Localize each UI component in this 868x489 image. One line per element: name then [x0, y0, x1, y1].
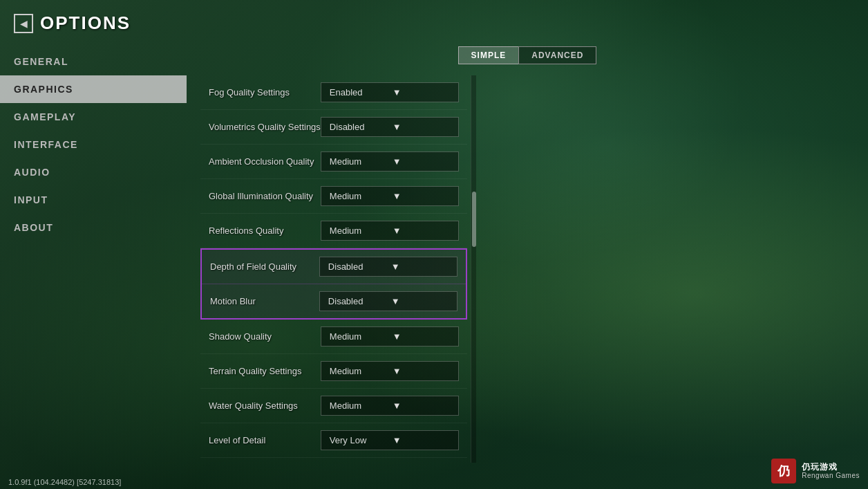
fog-quality-value: Enabled	[330, 87, 387, 98]
volumetrics-quality-value: Disabled	[330, 122, 387, 132]
sidebar-item-input[interactable]: INPUT	[0, 186, 187, 214]
sidebar-item-about[interactable]: ABOUT	[0, 214, 187, 241]
shadow-quality-value: Medium	[330, 331, 387, 342]
level-of-detail-arrow: ▼	[393, 435, 450, 445]
level-of-detail-label: Level of Detail	[209, 435, 265, 445]
fog-quality-dropdown[interactable]: Enabled ▼	[321, 82, 459, 102]
setting-row-fog-quality: Fog Quality Settings Enabled ▼	[200, 75, 467, 110]
settings-list: Fog Quality Settings Enabled ▼ Volumetri…	[200, 75, 471, 463]
depth-of-field-label: Depth of Field Quality	[210, 261, 296, 272]
simple-tab[interactable]: SIMPLE	[458, 46, 519, 64]
setting-row-level-of-detail: Level of Detail Very Low ▼	[200, 423, 467, 458]
advanced-tab[interactable]: ADVANCED	[518, 46, 596, 64]
global-illumination-dropdown[interactable]: Medium ▼	[321, 186, 459, 206]
water-quality-value: Medium	[330, 400, 387, 411]
level-of-detail-dropdown[interactable]: Very Low ▼	[321, 430, 459, 450]
ambient-occlusion-dropdown[interactable]: Medium ▼	[321, 151, 459, 172]
sidebar-item-general[interactable]: GENERAL	[0, 48, 187, 75]
watermark-line2: Rengwan Games	[802, 472, 860, 480]
shadow-quality-arrow: ▼	[393, 331, 450, 342]
setting-row-animation-quality: Animation Quality Medium ▼	[200, 458, 467, 463]
shadow-quality-label: Shadow Quality	[209, 331, 272, 342]
reflections-quality-value: Medium	[330, 225, 387, 236]
setting-row-ambient-occlusion: Ambient Occlusion Quality Medium ▼	[200, 145, 467, 179]
global-illumination-value: Medium	[330, 191, 387, 201]
volumetrics-quality-dropdown[interactable]: Disabled ▼	[321, 117, 459, 137]
shadow-quality-dropdown[interactable]: Medium ▼	[321, 326, 459, 347]
highlight-group: Depth of Field Quality Disabled ▼ Motion…	[200, 248, 467, 320]
motion-blur-value: Disabled	[328, 296, 386, 306]
sidebar-item-audio[interactable]: AUDIO	[0, 158, 187, 186]
motion-blur-dropdown[interactable]: Disabled ▼	[319, 291, 457, 311]
ambient-occlusion-value: Medium	[330, 156, 387, 167]
fog-quality-arrow: ▼	[393, 87, 450, 98]
setting-row-motion-blur: Motion Blur Disabled ▼	[202, 284, 466, 318]
setting-row-water-quality: Water Quality Settings Medium ▼	[200, 389, 467, 423]
sidebar-item-interface[interactable]: INTERFACE	[0, 131, 187, 158]
depth-of-field-value: Disabled	[328, 261, 386, 272]
sidebar: GENERAL GRAPHICS GAMEPLAY INTERFACE AUDI…	[0, 41, 187, 489]
motion-blur-arrow: ▼	[391, 296, 449, 306]
depth-of-field-dropdown[interactable]: Disabled ▼	[319, 257, 457, 277]
watermark-text: 仍玩游戏 Rengwan Games	[802, 462, 860, 480]
water-quality-dropdown[interactable]: Medium ▼	[321, 396, 459, 416]
motion-blur-label: Motion Blur	[210, 296, 256, 306]
depth-of-field-arrow: ▼	[391, 261, 449, 272]
fog-quality-label: Fog Quality Settings	[209, 87, 290, 98]
watermark: 仍 仍玩游戏 Rengwan Games	[771, 459, 860, 483]
setting-row-volumetrics-quality: Volumetrics Quality Settings Disabled ▼	[200, 110, 467, 145]
volumetrics-quality-arrow: ▼	[393, 122, 450, 132]
setting-row-global-illumination: Global Illumination Quality Medium ▼	[200, 179, 467, 214]
terrain-quality-dropdown[interactable]: Medium ▼	[321, 361, 459, 381]
status-bar: 1.0.9f1 (104.24482) [5247.31813]	[0, 475, 129, 489]
ambient-occlusion-label: Ambient Occlusion Quality	[209, 156, 314, 167]
setting-row-reflections-quality: Reflections Quality Medium ▼	[200, 214, 467, 248]
setting-row-depth-of-field: Depth of Field Quality Disabled ▼	[202, 250, 466, 284]
settings-panel: SIMPLE ADVANCED Fog Quality Settings Ena…	[187, 41, 868, 489]
watermark-line1: 仍玩游戏	[802, 462, 860, 472]
global-illumination-label: Global Illumination Quality	[209, 191, 313, 201]
reflections-quality-label: Reflections Quality	[209, 225, 283, 236]
back-icon: ◀	[20, 18, 28, 29]
reflections-quality-arrow: ▼	[393, 225, 450, 236]
ambient-occlusion-arrow: ▼	[393, 156, 450, 167]
back-button[interactable]: ◀	[14, 14, 33, 33]
scrollbar-track[interactable]	[471, 75, 476, 463]
level-of-detail-value: Very Low	[330, 435, 387, 445]
terrain-quality-arrow: ▼	[393, 366, 450, 376]
page-title: OPTIONS	[40, 12, 131, 34]
global-illumination-arrow: ▼	[393, 191, 450, 201]
setting-row-shadow-quality: Shadow Quality Medium ▼	[200, 320, 467, 354]
water-quality-arrow: ▼	[393, 400, 450, 411]
sidebar-item-gameplay[interactable]: GAMEPLAY	[0, 103, 187, 131]
sidebar-item-graphics[interactable]: GRAPHICS	[0, 75, 187, 103]
status-text: 1.0.9f1 (104.24482) [5247.31813]	[8, 478, 121, 486]
terrain-quality-value: Medium	[330, 366, 387, 376]
terrain-quality-label: Terrain Quality Settings	[209, 366, 301, 376]
water-quality-label: Water Quality Settings	[209, 400, 298, 411]
volumetrics-quality-label: Volumetrics Quality Settings	[209, 122, 321, 132]
watermark-icon: 仍	[771, 459, 796, 483]
view-toggle: SIMPLE ADVANCED	[200, 41, 854, 64]
scrollbar-thumb[interactable]	[472, 192, 476, 247]
reflections-quality-dropdown[interactable]: Medium ▼	[321, 221, 459, 241]
setting-row-terrain-quality: Terrain Quality Settings Medium ▼	[200, 354, 467, 389]
